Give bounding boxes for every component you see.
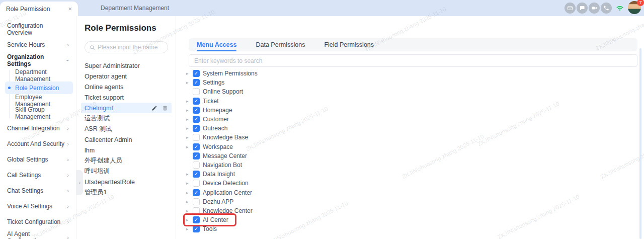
tab-field-permissions[interactable]: Field Permissions bbox=[324, 38, 374, 51]
checkbox-checked[interactable]: ✓ bbox=[193, 107, 200, 114]
sidebar-item-configuration-overview[interactable]: Configuration Overview bbox=[0, 21, 76, 37]
delete-icon[interactable] bbox=[162, 105, 168, 111]
tree-node-label[interactable]: Outreach bbox=[203, 125, 227, 132]
mail-icon[interactable] bbox=[565, 3, 576, 14]
role-item[interactable]: UtsdeparttestRole bbox=[81, 177, 172, 187]
role-search-input[interactable] bbox=[98, 44, 163, 51]
tree-node-label[interactable]: Homepage bbox=[203, 107, 232, 114]
tree-node-label[interactable]: Knowledge Base bbox=[203, 134, 248, 141]
expand-arrow-icon[interactable]: ▸ bbox=[186, 108, 192, 113]
expand-arrow-icon[interactable]: ▸ bbox=[186, 226, 192, 231]
tree-node-label[interactable]: Knowledge Center bbox=[203, 207, 253, 214]
sidebar-item-skill-group-management[interactable]: Skill Group Management bbox=[0, 107, 76, 119]
sidebar-item-department-management[interactable]: Department Management bbox=[0, 69, 76, 82]
role-item[interactable]: 管理员1 bbox=[81, 187, 172, 198]
tree-node-label[interactable]: Dezhu APP bbox=[203, 198, 233, 205]
expand-arrow-icon[interactable]: ▸ bbox=[186, 80, 192, 85]
role-item[interactable]: Chelmgmt bbox=[81, 103, 172, 113]
role-item[interactable]: Callcenter Admin bbox=[81, 134, 172, 145]
tree-node-label[interactable]: Data Insight bbox=[203, 171, 235, 178]
role-item[interactable]: ASR 测试 bbox=[81, 124, 172, 134]
tree-node-label[interactable]: Settings bbox=[203, 79, 224, 86]
checkbox-unchecked[interactable] bbox=[193, 180, 200, 187]
checkbox-unchecked[interactable] bbox=[193, 207, 200, 214]
sidebar-item-organization-settings[interactable]: Organization Settings› bbox=[0, 52, 76, 68]
checkbox-checked[interactable]: ✓ bbox=[193, 70, 200, 77]
tree-node-label[interactable]: AI Center bbox=[203, 216, 228, 223]
role-name: 管理员1 bbox=[85, 188, 168, 197]
tab-menu-access[interactable]: Menu Access bbox=[197, 38, 236, 51]
role-item[interactable]: 外呼创建人员 bbox=[81, 155, 172, 166]
chat-icon[interactable] bbox=[577, 3, 588, 14]
tree-node-label[interactable]: Workspace bbox=[203, 143, 233, 150]
phone-icon[interactable] bbox=[601, 3, 612, 14]
sidebar-item-service-hours[interactable]: Service Hours› bbox=[0, 37, 76, 52]
role-item[interactable]: 呼叫培训 bbox=[81, 166, 172, 177]
tab-department-management[interactable]: Department Management bbox=[101, 0, 169, 16]
tree-node-label[interactable]: Customer bbox=[203, 116, 229, 123]
role-item[interactable]: Online agents bbox=[81, 82, 172, 92]
keyword-search-input[interactable] bbox=[189, 54, 637, 67]
role-item[interactable]: Ticket support bbox=[81, 92, 172, 103]
expand-arrow-icon[interactable]: ▸ bbox=[186, 126, 192, 131]
sidebar-item-account-and-security[interactable]: Account And Security› bbox=[0, 136, 76, 151]
tab-role-permission[interactable]: Role Permission × bbox=[0, 2, 78, 16]
checkbox-checked[interactable]: ✓ bbox=[193, 189, 200, 196]
checkbox-checked[interactable]: ✓ bbox=[193, 98, 200, 105]
sidebar-item-employee-management[interactable]: Employee Management bbox=[0, 94, 76, 107]
expand-arrow-icon[interactable]: ▸ bbox=[186, 135, 192, 140]
sidebar-collapse-handle[interactable]: ‹ bbox=[76, 170, 83, 195]
user-avatar[interactable]: 7 bbox=[628, 1, 642, 15]
organization-settings-subgroup: Department ManagementRole PermissionEmpl… bbox=[0, 68, 76, 120]
tree-node-label[interactable]: System Permissions bbox=[203, 70, 258, 77]
tree-node-label[interactable]: Online Support bbox=[203, 88, 243, 95]
sidebar-item-role-permission[interactable]: Role Permission bbox=[5, 82, 73, 94]
tree-node-label[interactable]: Device Detection bbox=[203, 180, 249, 187]
close-icon[interactable]: × bbox=[68, 6, 72, 12]
expand-arrow-icon[interactable]: ▸ bbox=[186, 117, 192, 122]
tab-department-management-label: Department Management bbox=[101, 5, 169, 12]
role-item[interactable]: Operator agent bbox=[81, 71, 172, 82]
tree-node-label[interactable]: Navigation Bot bbox=[203, 162, 242, 169]
expand-arrow-icon[interactable]: ▸ bbox=[186, 144, 192, 149]
expand-arrow-icon[interactable]: ▸ bbox=[186, 172, 192, 177]
checkbox-checked[interactable]: ✓ bbox=[193, 125, 200, 132]
expand-arrow-icon[interactable]: ▸ bbox=[186, 190, 192, 195]
checkbox-checked[interactable]: ✓ bbox=[193, 116, 200, 123]
checkbox-checked[interactable]: ✓ bbox=[193, 225, 200, 232]
sidebar-item-call-settings[interactable]: Call Settings› bbox=[0, 167, 76, 183]
video-icon[interactable] bbox=[589, 3, 600, 14]
sidebar-item-voice-ai-settings[interactable]: Voice AI Settings› bbox=[0, 198, 76, 214]
tree-node-label[interactable]: Ticket bbox=[203, 98, 219, 105]
checkbox-unchecked[interactable] bbox=[193, 134, 200, 141]
role-item[interactable]: Super Administrator bbox=[81, 60, 172, 71]
expand-arrow-icon[interactable]: ▸ bbox=[186, 199, 192, 204]
tree-node-label[interactable]: Application Center bbox=[203, 189, 252, 196]
expand-arrow-icon[interactable]: ▸ bbox=[186, 208, 192, 213]
checkbox-checked[interactable]: ✓ bbox=[193, 79, 200, 86]
tree-node-label[interactable]: Message Center bbox=[203, 152, 247, 160]
checkbox-unchecked[interactable] bbox=[193, 88, 200, 95]
expand-arrow-icon[interactable]: ▸ bbox=[186, 99, 192, 104]
expand-arrow-icon[interactable]: ▸ bbox=[186, 181, 192, 186]
sidebar-item-ai-agent-configuration[interactable]: AI Agent Configuration› bbox=[0, 229, 76, 239]
role-search-box[interactable] bbox=[85, 41, 168, 53]
sidebar-item-chat-settings[interactable]: Chat Settings› bbox=[0, 183, 76, 198]
expand-arrow-icon[interactable]: ▸ bbox=[186, 71, 192, 76]
tree-node-label[interactable]: Tools bbox=[203, 225, 217, 232]
role-item[interactable]: 运营测试 bbox=[81, 113, 172, 124]
checkbox-checked[interactable]: ✓ bbox=[193, 171, 200, 178]
sidebar-item-ticket-configuration[interactable]: Ticket Configuration› bbox=[0, 214, 76, 229]
checkbox-checked[interactable]: ✓ bbox=[193, 216, 200, 223]
edit-icon[interactable] bbox=[151, 105, 157, 111]
scrollbar-track[interactable] bbox=[639, 48, 641, 239]
checkbox-checked[interactable]: ✓ bbox=[193, 143, 200, 150]
checkbox-unchecked[interactable] bbox=[193, 198, 200, 205]
expand-arrow-icon[interactable]: ▸ bbox=[186, 217, 192, 222]
role-item[interactable]: lhm bbox=[81, 145, 172, 155]
checkbox-unchecked[interactable] bbox=[193, 162, 200, 169]
tab-data-permissions[interactable]: Data Permissions bbox=[256, 38, 305, 51]
sidebar-item-channel-integration[interactable]: Channel Integration› bbox=[0, 120, 76, 136]
sidebar-item-global-settings[interactable]: Global Settings› bbox=[0, 151, 76, 167]
checkbox-checked[interactable]: ✓ bbox=[193, 152, 200, 160]
